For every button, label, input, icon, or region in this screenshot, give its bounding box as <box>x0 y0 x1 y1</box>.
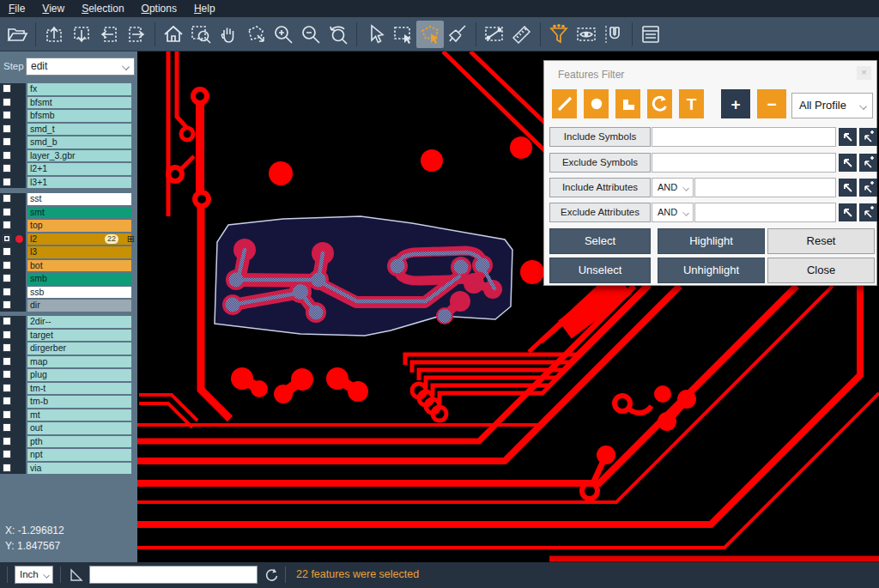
layer-name[interactable]: layer_3.gbr <box>27 150 131 162</box>
unhighlight-button[interactable]: Unhighlight <box>658 258 765 283</box>
select-polygon-icon[interactable] <box>416 21 444 48</box>
layer-checkbox[interactable] <box>3 437 11 446</box>
pick-attribute-icon[interactable] <box>839 179 857 197</box>
layer-name[interactable]: ssb <box>27 287 131 299</box>
layer-name[interactable]: out <box>27 422 131 434</box>
layer-checkbox[interactable] <box>3 274 11 282</box>
text-feature-button[interactable]: T <box>679 89 704 118</box>
exclude-attributes-input[interactable] <box>694 203 836 222</box>
layer-name[interactable]: bot <box>27 260 131 272</box>
layer-checkbox[interactable] <box>3 84 11 93</box>
pick-symbol-icon[interactable] <box>839 154 857 172</box>
layer-checkbox[interactable] <box>3 164 11 173</box>
zoom-out-icon[interactable] <box>297 21 324 48</box>
layer-name[interactable]: bfsmt <box>27 97 131 109</box>
layer-name[interactable]: smd_t <box>27 124 131 136</box>
measure-distance-icon[interactable] <box>481 21 508 48</box>
zoom-polygon-icon[interactable] <box>242 21 270 48</box>
home-view-icon[interactable] <box>160 21 187 48</box>
include-symbols-button[interactable]: Include Symbols <box>549 127 651 147</box>
layer-checkbox[interactable] <box>3 343 11 352</box>
layer-checkbox[interactable] <box>3 208 11 216</box>
zoom-window-icon[interactable] <box>187 21 215 48</box>
layer-name[interactable]: bfsmb <box>27 110 131 122</box>
layer-checkbox[interactable] <box>3 98 11 106</box>
layer-checkbox[interactable] <box>3 234 11 243</box>
line-feature-button[interactable] <box>552 89 577 118</box>
include-attributes-button[interactable]: Include Attributes <box>549 178 651 197</box>
layer-checkbox[interactable] <box>3 384 11 392</box>
shift-right-icon[interactable] <box>123 21 150 48</box>
select-rectangle-icon[interactable] <box>389 21 416 48</box>
surface-feature-button[interactable] <box>615 89 640 118</box>
pad-feature-button[interactable] <box>584 89 609 118</box>
clear-highlight-brush-icon[interactable] <box>444 21 471 48</box>
layer-checkbox[interactable] <box>3 194 11 203</box>
pick-attribute-add-icon[interactable] <box>859 203 877 221</box>
snap-magnet-icon[interactable] <box>600 21 627 48</box>
layer-checkbox[interactable] <box>3 124 11 133</box>
layer-checkbox[interactable] <box>3 464 11 472</box>
layer-name[interactable]: smd_b <box>27 136 131 149</box>
features-filter-icon[interactable] <box>545 21 573 48</box>
layer-name[interactable]: 2dir-- <box>27 316 131 328</box>
layer-name[interactable]: l3 <box>27 246 131 258</box>
layer-name[interactable]: via <box>27 463 131 475</box>
exclude-symbols-input[interactable] <box>652 153 836 173</box>
step-dropdown[interactable]: edit <box>26 58 135 76</box>
shift-up-icon[interactable] <box>40 21 68 48</box>
refresh-icon[interactable] <box>264 567 279 583</box>
layer-name[interactable]: mt <box>27 409 131 421</box>
profile-dropdown[interactable]: All Profile <box>791 93 873 118</box>
layer-name[interactable]: fx <box>27 83 131 95</box>
highlight-button[interactable]: Highlight <box>658 228 765 254</box>
layer-checkbox[interactable] <box>3 370 11 379</box>
menu-view[interactable]: View <box>33 0 73 17</box>
layer-checkbox[interactable] <box>3 247 11 256</box>
remove-filter-button[interactable]: − <box>757 89 786 118</box>
add-filter-button[interactable]: + <box>721 89 750 118</box>
layer-name[interactable]: dirgerber <box>27 342 131 355</box>
exclude-symbols-button[interactable]: Exclude Symbols <box>549 153 651 173</box>
layer-name[interactable]: map <box>27 356 131 368</box>
layer-name[interactable]: tm-t <box>27 383 131 395</box>
select-pointer-icon[interactable] <box>361 21 389 48</box>
layer-checkbox[interactable] <box>3 288 11 296</box>
layer-name[interactable]: dir <box>27 300 131 312</box>
layer-checkbox[interactable] <box>3 111 11 119</box>
and-or-dropdown[interactable]: AND <box>652 203 694 222</box>
layer-checkbox[interactable] <box>3 397 11 405</box>
layer-checkbox[interactable] <box>3 300 11 309</box>
layer-checkbox[interactable] <box>3 423 11 432</box>
layer-name[interactable]: smb <box>27 273 131 285</box>
layer-name[interactable]: l3+1 <box>27 177 131 189</box>
pick-symbol-add-icon[interactable] <box>859 128 877 146</box>
pick-symbol-add-icon[interactable] <box>859 154 877 172</box>
layer-checkbox[interactable] <box>3 178 11 186</box>
layer-checkbox[interactable] <box>3 317 11 325</box>
close-icon[interactable]: × <box>857 66 871 80</box>
exclude-attributes-button[interactable]: Exclude Attributes <box>549 203 651 222</box>
pick-attribute-icon[interactable] <box>839 203 857 221</box>
menu-selection[interactable]: Selection <box>73 0 132 17</box>
angle-corner-icon[interactable] <box>69 567 84 583</box>
unselect-button[interactable]: Unselect <box>549 258 651 283</box>
layer-name[interactable]: smt <box>27 207 131 219</box>
zoom-in-icon[interactable] <box>270 21 297 48</box>
layer-checkbox[interactable] <box>3 151 11 160</box>
layers-table-icon[interactable] <box>637 21 664 48</box>
layer-name[interactable]: l2+1 <box>27 163 131 175</box>
layer-name[interactable]: sst <box>27 193 131 205</box>
menu-options[interactable]: Options <box>133 0 185 17</box>
layer-checkbox[interactable] <box>3 410 11 419</box>
reset-button[interactable]: Reset <box>767 228 875 254</box>
select-button[interactable]: Select <box>549 228 651 254</box>
units-dropdown[interactable]: Inch <box>15 566 53 584</box>
layer-checkbox[interactable] <box>3 261 11 270</box>
and-or-dropdown[interactable]: AND <box>652 178 694 197</box>
layer-name[interactable]: pth <box>27 436 131 448</box>
open-file-icon[interactable] <box>3 21 31 48</box>
command-input[interactable] <box>89 566 258 584</box>
layer-grid-icon[interactable]: ⊞ <box>127 233 135 245</box>
menu-help[interactable]: Help <box>185 0 224 17</box>
